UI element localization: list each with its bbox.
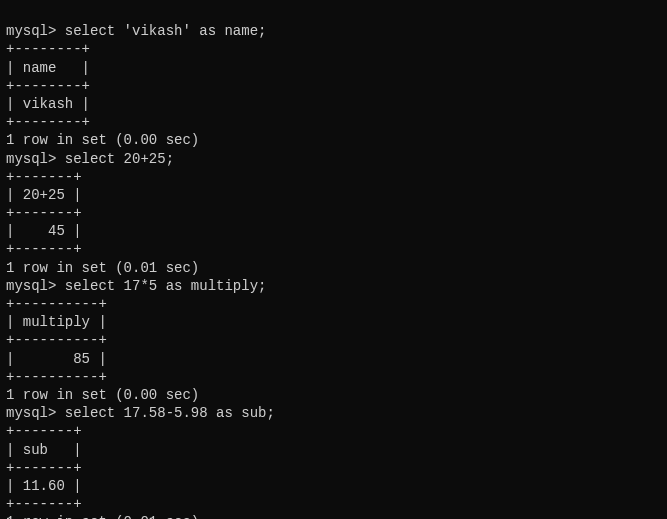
- query-status: 1 row in set (0.00 sec): [6, 131, 661, 149]
- query-command[interactable]: mysql> select 17*5 as multiply;: [6, 277, 661, 295]
- table-border: +--------+: [6, 77, 661, 95]
- table-border: +-------+: [6, 459, 661, 477]
- table-header: | multiply |: [6, 313, 661, 331]
- query-command[interactable]: mysql> select 'vikash' as name;: [6, 22, 661, 40]
- table-border: +--------+: [6, 40, 661, 58]
- table-border: +----------+: [6, 368, 661, 386]
- table-header: | name |: [6, 59, 661, 77]
- table-border: +-------+: [6, 422, 661, 440]
- table-row: | vikash |: [6, 95, 661, 113]
- table-border: +-------+: [6, 495, 661, 513]
- query-command[interactable]: mysql> select 20+25;: [6, 150, 661, 168]
- table-header: | 20+25 |: [6, 186, 661, 204]
- table-border: +----------+: [6, 295, 661, 313]
- table-row: | 45 |: [6, 222, 661, 240]
- table-row: | 11.60 |: [6, 477, 661, 495]
- table-border: +--------+: [6, 113, 661, 131]
- table-border: +-------+: [6, 240, 661, 258]
- table-border: +----------+: [6, 331, 661, 349]
- query-status: 1 row in set (0.01 sec): [6, 513, 661, 519]
- table-border: +-------+: [6, 168, 661, 186]
- terminal-output: mysql> select 'vikash' as name;+--------…: [6, 22, 661, 519]
- query-command[interactable]: mysql> select 17.58-5.98 as sub;: [6, 404, 661, 422]
- table-header: | sub |: [6, 441, 661, 459]
- table-border: +-------+: [6, 204, 661, 222]
- table-row: | 85 |: [6, 350, 661, 368]
- query-status: 1 row in set (0.01 sec): [6, 259, 661, 277]
- query-status: 1 row in set (0.00 sec): [6, 386, 661, 404]
